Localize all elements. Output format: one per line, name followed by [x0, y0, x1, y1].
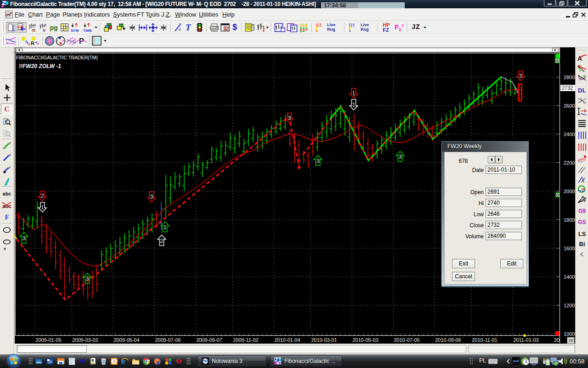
svg-text:3: 3 [23, 235, 26, 242]
svg-text:B: B [91, 358, 94, 362]
svg-text:TIME: TIME [83, 29, 92, 33]
svg-text:2009-07-06: 2009-07-06 [155, 337, 181, 343]
svg-text:2010-05-03: 2010-05-03 [352, 337, 378, 343]
svg-text:2: 2 [160, 238, 164, 244]
svg-text:TF: TF [569, 338, 574, 343]
svg-text:1600: 1600 [564, 246, 575, 251]
svg-text:2200: 2200 [564, 160, 575, 166]
svg-text:2600: 2600 [564, 103, 575, 109]
svg-text:SYM: SYM [71, 29, 79, 33]
svg-text:3: 3 [150, 194, 153, 200]
svg-text:2010-03-01: 2010-03-01 [311, 337, 337, 343]
svg-text:2010-11-01: 2010-11-01 [472, 337, 497, 343]
svg-text:R: R [31, 40, 34, 46]
svg-text:2732: 2732 [562, 85, 573, 91]
svg-text:3: 3 [288, 115, 291, 121]
svg-text:2009-11-02: 2009-11-02 [233, 337, 258, 343]
svg-text:12: 12 [224, 26, 229, 31]
svg-text:2009-09-07: 2009-09-07 [196, 337, 222, 343]
svg-text:2011-01-03: 2011-01-03 [513, 337, 538, 343]
svg-text:3: 3 [519, 73, 522, 79]
svg-text:3: 3 [86, 276, 89, 282]
svg-text:1: 1 [41, 204, 44, 211]
svg-text:2: 2 [41, 193, 44, 199]
svg-text:1000: 1000 [564, 331, 575, 337]
svg-text:2010-01-04: 2010-01-04 [274, 337, 300, 343]
svg-text:2009-05-04: 2009-05-04 [113, 337, 139, 343]
svg-text:2010-07-05: 2010-07-05 [394, 337, 419, 343]
svg-text:2010-09-06: 2010-09-06 [435, 337, 461, 343]
svg-text:1200: 1200 [564, 303, 575, 308]
svg-text:1: 1 [164, 224, 167, 230]
svg-text:3: 3 [317, 158, 320, 164]
svg-text:!!FW20 ZOLW -1: !!FW20 ZOLW -1 [19, 63, 61, 69]
svg-text:2009-01-05: 2009-01-05 [35, 337, 61, 343]
svg-text:2800: 2800 [564, 75, 575, 80]
svg-text:FIBONACCI/GALACTIC TRADER(TM): FIBONACCI/GALACTIC TRADER(TM) [16, 55, 98, 60]
svg-text:1400: 1400 [564, 274, 575, 280]
svg-text:n: n [32, 27, 35, 32]
svg-text:1800: 1800 [564, 217, 575, 223]
svg-text:1: 1 [352, 102, 356, 108]
svg-text:v: v [43, 27, 46, 32]
svg-text:W: W [12, 29, 15, 31]
svg-text:2000: 2000 [564, 189, 575, 194]
svg-text:20: 20 [554, 337, 560, 343]
svg-text:2009-03-02: 2009-03-02 [72, 337, 98, 343]
svg-text:2400: 2400 [564, 132, 575, 137]
svg-text:3: 3 [399, 154, 402, 160]
svg-text:1: 1 [352, 90, 356, 97]
